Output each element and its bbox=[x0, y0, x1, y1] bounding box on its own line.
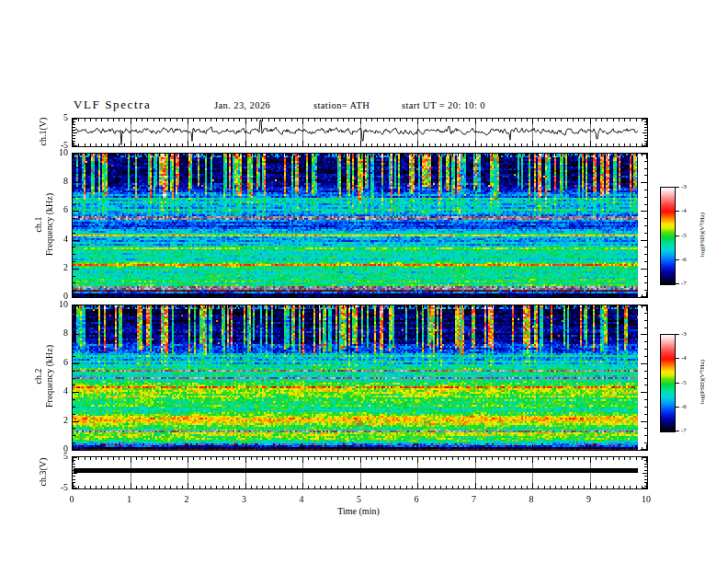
colorbar2-tick bbox=[675, 334, 679, 335]
colorbar2-label: log(PSD)(V²/Hz) bbox=[699, 360, 706, 404]
colorbar1-tick-label: -7 bbox=[681, 280, 687, 287]
ch1-spec-ytick-label: 8 bbox=[37, 176, 68, 186]
colorbar1-tick bbox=[675, 211, 679, 212]
ch1-spectrogram-panel bbox=[72, 153, 648, 298]
colorbar2-tick-label: -5 bbox=[681, 379, 687, 386]
ch3-wave-ytick-label: -5 bbox=[37, 482, 68, 492]
station-label: station= ATH bbox=[313, 100, 370, 110]
ch1-spec-ytick-label: 2 bbox=[37, 262, 68, 272]
time-axis-tick-label: 5 bbox=[346, 494, 373, 504]
ch1-wave-ytick-label: 5 bbox=[37, 112, 68, 122]
colorbar1-tick bbox=[675, 259, 679, 260]
ch2-spectrogram-panel bbox=[72, 304, 648, 451]
colorbar2-tick-label: -7 bbox=[681, 427, 687, 434]
ch1-waveform-panel bbox=[72, 118, 648, 147]
figure-title: VLF Spectra bbox=[74, 98, 151, 112]
colorbar2-tick bbox=[675, 407, 679, 408]
colorbar1-tick bbox=[675, 187, 679, 188]
ch1-spec-ytick-label: 6 bbox=[37, 204, 68, 214]
time-axis-tick-label: 2 bbox=[173, 494, 200, 504]
colorbar1-label: log(PSD)(V²/Hz) bbox=[699, 213, 706, 257]
ch1-wave-ytick-label: -5 bbox=[37, 140, 68, 150]
colorbar1-tick-label: -3 bbox=[681, 183, 687, 190]
ch3-wave-ytick-label: 5 bbox=[37, 451, 68, 461]
ch2-spec-ytick-label: 10 bbox=[37, 299, 68, 309]
time-axis-tick-label: 1 bbox=[116, 494, 143, 504]
ch1-spec-axis-label: Frequency (kHz) bbox=[44, 193, 54, 256]
colorbar1-tick-label: -5 bbox=[681, 232, 687, 239]
time-axis-tick-label: 3 bbox=[231, 494, 258, 504]
ch2-spec-ytick-label: 4 bbox=[37, 385, 68, 396]
colorbar-ch1 bbox=[660, 187, 676, 285]
ch3-waveform-panel bbox=[72, 456, 648, 489]
ch2-spec-axis-label: Frequency (kHz) bbox=[44, 345, 54, 408]
date-label: Jan. 23, 2026 bbox=[214, 100, 270, 110]
ch2-spec-channel-label: ch.2 bbox=[33, 369, 43, 385]
colorbar2-tick bbox=[675, 358, 679, 359]
start-ut-label: start UT = 20: 10: 0 bbox=[402, 100, 485, 110]
colorbar1-tick-label: -4 bbox=[681, 207, 687, 214]
ch1-spec-channel-label: ch.1 bbox=[33, 217, 43, 233]
ch2-spec-ytick-label: 2 bbox=[37, 415, 68, 425]
time-axis-tick-label: 7 bbox=[461, 494, 488, 504]
time-axis-tick-label: 8 bbox=[518, 494, 545, 504]
colorbar1-tick bbox=[675, 283, 679, 284]
ch1-spectrogram-ticks bbox=[73, 154, 647, 297]
colorbar1-tick-label: -6 bbox=[681, 256, 687, 263]
time-axis-tick-label: 9 bbox=[575, 494, 603, 504]
colorbar2-tick bbox=[675, 383, 679, 384]
time-axis-tick-label: 4 bbox=[288, 494, 315, 504]
colorbar2-tick-label: -4 bbox=[681, 354, 687, 362]
time-axis-tick-label: 0 bbox=[58, 494, 85, 504]
ch2-spec-ytick-label: 8 bbox=[37, 327, 68, 338]
colorbar2-tick-label: -3 bbox=[681, 330, 687, 338]
ch2-spectrogram-ticks bbox=[73, 305, 647, 450]
colorbar2-tick-label: -6 bbox=[681, 403, 687, 410]
ch3-waveform-ticks bbox=[73, 457, 647, 488]
colorbar-ch2 bbox=[660, 334, 676, 432]
colorbar2-tick bbox=[675, 431, 679, 431]
time-axis-tick-label: 6 bbox=[403, 494, 430, 504]
ch2-spec-ytick-label: 6 bbox=[37, 357, 68, 367]
colorbar1-tick bbox=[675, 236, 679, 236]
ch1-spec-ytick-label: 4 bbox=[37, 234, 68, 244]
ch1-waveform-ticks bbox=[73, 119, 647, 146]
vlf-spectra-figure: VLF Spectra Jan. 23, 2026 station= ATH s… bbox=[0, 0, 728, 563]
time-axis-tick-label: 10 bbox=[632, 494, 660, 504]
time-axis-label: Time (min) bbox=[303, 506, 414, 516]
